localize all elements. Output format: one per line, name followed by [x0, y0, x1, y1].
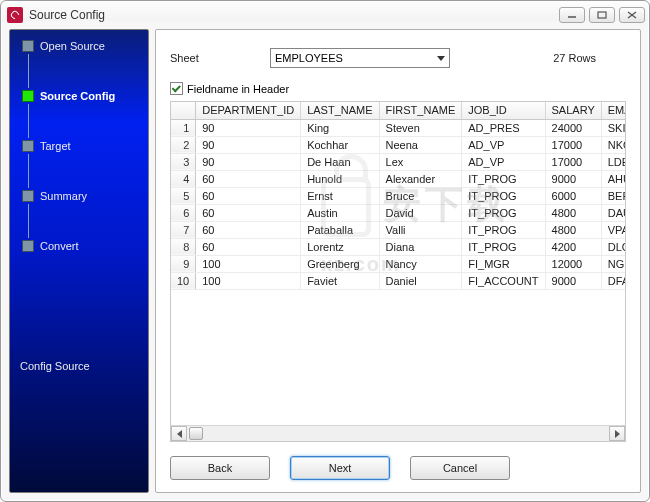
cell: Pataballa: [301, 221, 379, 238]
sidebar-step-summary[interactable]: Summary: [22, 186, 148, 206]
cell: AHUNOLD: [601, 170, 625, 187]
cell: 100: [196, 255, 301, 272]
cell: IT_PROG: [462, 221, 545, 238]
step-label: Target: [40, 140, 71, 152]
fieldname-in-header-checkbox[interactable]: [170, 82, 183, 95]
svg-rect-1: [598, 12, 606, 18]
cell: 4800: [545, 221, 601, 238]
cell: IT_PROG: [462, 187, 545, 204]
cancel-button[interactable]: Cancel: [410, 456, 510, 480]
cell: Hunold: [301, 170, 379, 187]
cell: 60: [196, 238, 301, 255]
row-number: 7: [171, 221, 196, 238]
cell: 17000: [545, 153, 601, 170]
cell: 90: [196, 153, 301, 170]
table-row[interactable]: 560ErnstBruceIT_PROG6000BERNST: [171, 187, 625, 204]
row-number: 6: [171, 204, 196, 221]
sheet-select-value: EMPLOYEES: [275, 52, 343, 64]
main-panel: Sheet EMPLOYEES 27 Rows Fieldname in Hea…: [155, 29, 641, 493]
cell: Daniel: [379, 272, 462, 289]
step-connector: [28, 54, 29, 88]
rownum-header[interactable]: [171, 102, 196, 119]
cell: King: [301, 119, 379, 136]
col-header-salary[interactable]: SALARY: [545, 102, 601, 119]
step-label: Convert: [40, 240, 79, 252]
horizontal-scrollbar[interactable]: [171, 425, 625, 441]
cell: VPATABAL: [601, 221, 625, 238]
table-row[interactable]: 860LorentzDianaIT_PROG4200DLORENTZ: [171, 238, 625, 255]
cell: 90: [196, 119, 301, 136]
table-row[interactable]: 9100GreenbergNancyFI_MGR12000NGREENBE: [171, 255, 625, 272]
step-box-icon: [22, 140, 34, 152]
cell: 60: [196, 170, 301, 187]
scroll-left-button[interactable]: [171, 426, 187, 441]
row-number: 2: [171, 136, 196, 153]
cell: 60: [196, 221, 301, 238]
back-button[interactable]: Back: [170, 456, 270, 480]
cell: IT_PROG: [462, 204, 545, 221]
cell: BERNST: [601, 187, 625, 204]
cell: Ernst: [301, 187, 379, 204]
cell: Lex: [379, 153, 462, 170]
wizard-sidebar: Open SourceSource ConfigTargetSummaryCon…: [9, 29, 149, 493]
sidebar-step-source-config[interactable]: Source Config: [22, 86, 148, 106]
step-box-icon: [22, 40, 34, 52]
cell: 17000: [545, 136, 601, 153]
maximize-button[interactable]: [589, 7, 615, 23]
step-connector: [28, 204, 29, 238]
scroll-thumb[interactable]: [189, 427, 203, 440]
row-number: 10: [171, 272, 196, 289]
next-button[interactable]: Next: [290, 456, 390, 480]
scroll-right-button[interactable]: [609, 426, 625, 441]
cell: FI_ACCOUNT: [462, 272, 545, 289]
step-label: Summary: [40, 190, 87, 202]
table-row[interactable]: 460HunoldAlexanderIT_PROG9000AHUNOLD: [171, 170, 625, 187]
table-row[interactable]: 10100FavietDanielFI_ACCOUNT9000DFAVIET: [171, 272, 625, 289]
cell: Kochhar: [301, 136, 379, 153]
col-header-department_id[interactable]: DEPARTMENT_ID: [196, 102, 301, 119]
table-row[interactable]: 190KingStevenAD_PRES24000SKING: [171, 119, 625, 136]
cell: 12000: [545, 255, 601, 272]
cell: NKOCHHAR: [601, 136, 625, 153]
cell: David: [379, 204, 462, 221]
app-icon: [7, 7, 23, 23]
cell: 24000: [545, 119, 601, 136]
col-header-first_name[interactable]: FIRST_NAME: [379, 102, 462, 119]
cell: 4800: [545, 204, 601, 221]
sidebar-step-target[interactable]: Target: [22, 136, 148, 156]
table-row[interactable]: 390De HaanLexAD_VP17000LDEHAAN: [171, 153, 625, 170]
sidebar-step-open-source[interactable]: Open Source: [22, 36, 148, 56]
cell: Greenberg: [301, 255, 379, 272]
cell: 9000: [545, 272, 601, 289]
step-box-icon: [22, 240, 34, 252]
cell: 60: [196, 187, 301, 204]
table-row[interactable]: 290KochharNeenaAD_VP17000NKOCHHAR: [171, 136, 625, 153]
col-header-job_id[interactable]: JOB_ID: [462, 102, 545, 119]
cell: NGREENBE: [601, 255, 625, 272]
sidebar-step-convert[interactable]: Convert: [22, 236, 148, 256]
sidebar-status: Config Source: [20, 360, 90, 372]
cell: Austin: [301, 204, 379, 221]
step-label: Source Config: [40, 90, 115, 102]
cell: Alexander: [379, 170, 462, 187]
cell: 4200: [545, 238, 601, 255]
close-button[interactable]: [619, 7, 645, 23]
step-box-icon: [22, 190, 34, 202]
cell: FI_MGR: [462, 255, 545, 272]
grid-scroll[interactable]: DEPARTMENT_IDLAST_NAMEFIRST_NAMEJOB_IDSA…: [171, 102, 625, 425]
cell: DAUSTIN: [601, 204, 625, 221]
titlebar: Source Config: [1, 1, 649, 29]
sheet-label: Sheet: [170, 52, 230, 64]
table-row[interactable]: 660AustinDavidIT_PROG4800DAUSTIN: [171, 204, 625, 221]
row-number: 5: [171, 187, 196, 204]
minimize-button[interactable]: [559, 7, 585, 23]
cell: 60: [196, 204, 301, 221]
chevron-down-icon: [437, 56, 445, 61]
sheet-select[interactable]: EMPLOYEES: [270, 48, 450, 68]
cell: LDEHAAN: [601, 153, 625, 170]
table-row[interactable]: 760PataballaValliIT_PROG4800VPATABAL: [171, 221, 625, 238]
wizard-window: Source Config Open SourceSource ConfigTa…: [0, 0, 650, 502]
col-header-email[interactable]: EMAIL: [601, 102, 625, 119]
row-number: 4: [171, 170, 196, 187]
col-header-last_name[interactable]: LAST_NAME: [301, 102, 379, 119]
